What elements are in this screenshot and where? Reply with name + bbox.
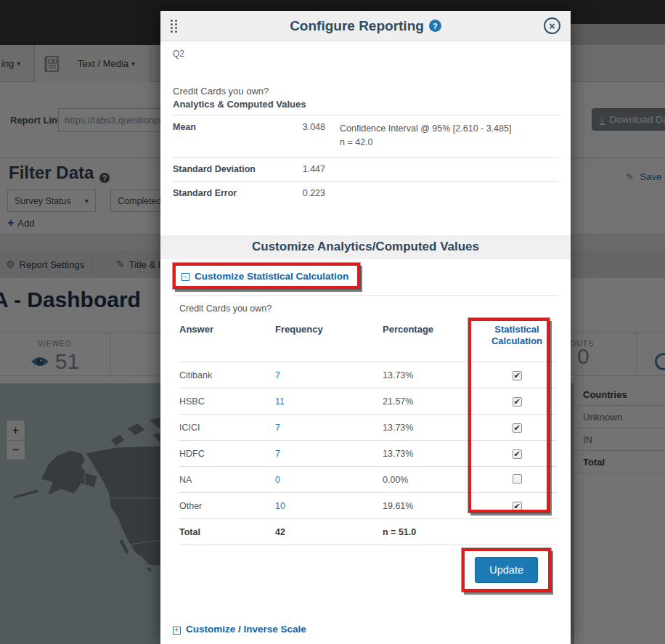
update-button[interactable]: Update [475, 557, 538, 583]
close-icon[interactable]: × [544, 17, 560, 34]
modal-header: Configure Reporting ? × [160, 11, 571, 41]
table-row: ICICI 7 13.73% [179, 415, 557, 441]
frequency-link[interactable]: 7 [275, 441, 383, 467]
customize-section-header: Customize Analytics/Computed Values [160, 235, 571, 259]
stat-calc-checkbox[interactable] [513, 474, 522, 484]
table-row: HSBC 11 21.57% [179, 388, 557, 415]
analytics-extra: Confidence Interval @ 95% [2.610 - 3.485… [340, 122, 511, 150]
col-header-frequency: Frequency [275, 319, 383, 362]
stat-calc-checkbox[interactable] [513, 423, 522, 433]
drag-handle-icon[interactable] [171, 20, 178, 33]
table-row: Citibank 7 13.73% [179, 362, 557, 388]
col-header-stat-calc: Statistical Calculation [477, 319, 557, 362]
analytics-row-stddev: Standard Deviation 1.447 [173, 157, 558, 181]
frequency-link[interactable]: 10 [275, 493, 383, 519]
analytics-label: Mean [173, 122, 293, 150]
analytics-label: Standard Deviation [173, 164, 293, 174]
expand-icon: + [173, 627, 181, 635]
percentage-cell: 13.73% [383, 415, 477, 441]
percentage-cell: 0.00% [383, 467, 477, 493]
answer-cell: NA [179, 467, 275, 493]
table-row: NA 0 0.00% [179, 467, 557, 493]
sample-size: n = 42.0 [340, 137, 373, 147]
total-n: n = 51.0 [383, 519, 477, 545]
analytics-label: Standard Error [173, 188, 293, 198]
percentage-cell: 13.73% [383, 441, 477, 467]
stat-calc-checkbox[interactable] [513, 371, 522, 380]
answers-table: Answer Frequency Percentage Statistical … [179, 319, 557, 546]
question-text-repeat: Credit Cards you own? [179, 303, 558, 314]
stat-calc-checkbox[interactable] [513, 397, 522, 407]
answers-table-wrap: Answer Frequency Percentage Statistical … [173, 319, 558, 546]
frequency-link[interactable]: 11 [275, 388, 383, 415]
confidence-interval: Confidence Interval @ 95% [2.610 - 3.485… [340, 123, 511, 134]
frequency-link[interactable]: 7 [275, 362, 383, 388]
table-row: HDFC 7 13.73% [179, 441, 557, 467]
help-icon[interactable]: ? [429, 20, 441, 32]
modal-title: Configure Reporting [290, 18, 424, 34]
stat-calc-checkbox[interactable] [513, 449, 522, 459]
question-code: Q2 [173, 49, 558, 59]
answer-cell: ICICI [179, 415, 275, 441]
percentage-cell: 21.57% [383, 388, 477, 415]
customize-inverse-scale-label: Customize / Inverse Scale [186, 624, 306, 635]
frequency-link[interactable]: 0 [275, 467, 383, 493]
divider [173, 295, 558, 296]
configure-reporting-modal: Configure Reporting ? × Q2 Credit Cards … [160, 11, 571, 644]
customize-inverse-scale-link[interactable]: +Customize / Inverse Scale [173, 624, 558, 635]
table-total-row: Total 42 n = 51.0 [179, 519, 557, 545]
annotation-box-stat-calc-link: −Customize Statistical Calculation [173, 263, 360, 289]
answer-cell: Citibank [179, 362, 275, 388]
collapse-icon: − [181, 273, 189, 281]
total-frequency: 42 [275, 519, 383, 545]
screen: ing ▾ Text / Media ▾ Report Link [0, 0, 665, 644]
update-row: Update [173, 548, 558, 592]
total-label: Total [179, 519, 275, 545]
modal-body: Q2 Credit Cards you own? Analytics & Com… [160, 49, 571, 644]
answer-cell: HDFC [179, 441, 275, 467]
percentage-cell: 13.73% [383, 362, 477, 388]
annotation-box-update: Update [462, 548, 551, 592]
analytics-value: 1.447 [293, 164, 325, 174]
analytics-row-mean: Mean 3.048 Confidence Interval @ 95% [2.… [173, 115, 558, 157]
percentage-cell: 19.61% [383, 493, 477, 519]
col-header-percentage: Percentage [383, 319, 477, 362]
stat-calc-checkbox[interactable] [513, 502, 522, 511]
analytics-heading: Analytics & Computed Values [173, 99, 558, 115]
more-customize-links: +Customize / Inverse Scale +Custom Scori… [173, 624, 558, 644]
answer-cell: HSBC [179, 388, 275, 415]
frequency-link[interactable]: 7 [275, 415, 383, 441]
question-text: Credit Cards you own? [173, 86, 558, 97]
col-header-answer: Answer [179, 319, 275, 362]
analytics-value: 0.223 [293, 188, 325, 198]
analytics-value: 3.048 [293, 122, 325, 150]
answer-cell: Other [179, 493, 275, 519]
customize-stat-calc-link[interactable]: −Customize Statistical Calculation [181, 271, 348, 282]
customize-stat-calc-label: Customize Statistical Calculation [195, 271, 348, 282]
analytics-row-stderr: Standard Error 0.223 [173, 181, 558, 205]
table-row: Other 10 19.61% [179, 493, 557, 519]
